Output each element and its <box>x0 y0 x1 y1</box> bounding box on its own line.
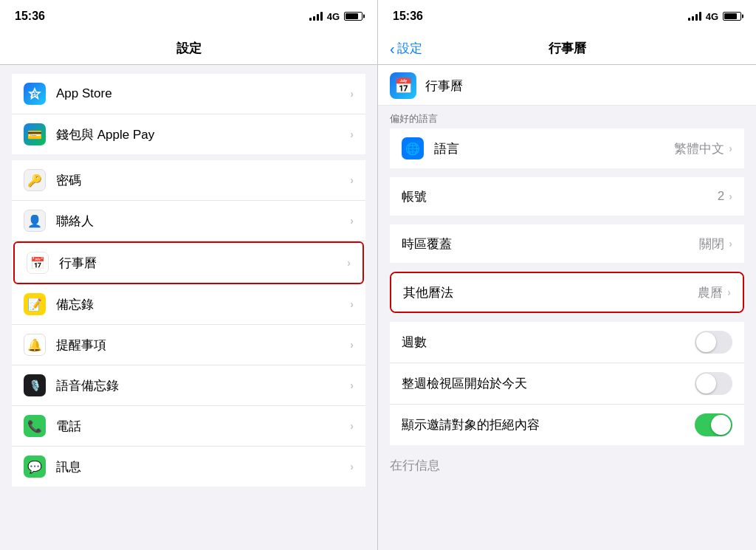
settings-item-timezone[interactable]: 時區覆蓋 關閉 › <box>390 224 744 263</box>
settings-item-language[interactable]: 🌐 語言 繁體中文 › <box>390 128 744 168</box>
right-lang-section: 🌐 語言 繁體中文 › <box>390 128 744 168</box>
timezone-chevron: › <box>729 238 732 250</box>
show-invitee-label: 顯示邀請對象的拒絕內容 <box>402 416 695 433</box>
settings-item-show-invitee[interactable]: 顯示邀請對象的拒絕內容 <box>390 405 744 445</box>
settings-item-other-calendar[interactable]: 其他曆法 農曆 › <box>391 273 743 312</box>
contacts-chevron: › <box>350 215 354 227</box>
calendar-app-icon: 📅 <box>390 72 416 99</box>
other-calendar-label: 其他曆法 <box>403 284 698 301</box>
app-store-label: App Store <box>56 86 350 101</box>
language-value: 繁體中文 <box>674 140 724 157</box>
settings-item-wallet[interactable]: 💳 錢包與 Apple Pay › <box>12 114 365 154</box>
right-battery-icon <box>723 12 741 21</box>
wallet-chevron: › <box>350 128 354 140</box>
settings-item-voice-memos[interactable]: 🎙️ 語音備忘錄 › <box>12 365 365 406</box>
settings-item-contacts[interactable]: 👤 聯絡人 › <box>12 201 365 241</box>
week-start-label: 整週檢視區開始於今天 <box>402 375 695 392</box>
left-panel: 15:36 4G 設定 A <box>0 0 378 550</box>
settings-item-app-store[interactable]: A App Store › <box>12 74 365 114</box>
password-label: 密碼 <box>56 172 350 189</box>
reminders-chevron: › <box>350 339 354 351</box>
accounts-chevron: › <box>729 190 732 202</box>
other-calendar-value: 農曆 <box>698 284 723 301</box>
svg-text:A: A <box>30 89 37 100</box>
password-chevron: › <box>350 174 354 186</box>
messages-icon: 💬 <box>24 456 46 478</box>
right-status-icons: 4G <box>688 11 741 22</box>
phone-icon: 📞 <box>24 415 46 437</box>
right-toggles-section: 週數 整週檢視區開始於今天 顯示邀請對象的拒絕內容 <box>390 322 744 445</box>
left-nav-bar: 設定 <box>0 32 377 65</box>
back-button[interactable]: ‹ 設定 <box>390 40 422 57</box>
back-chevron-icon: ‹ <box>390 41 395 56</box>
right-nav-title: 行事曆 <box>549 40 586 57</box>
settings-item-calendar[interactable]: 📅 行事曆 › <box>13 241 364 284</box>
phone-label: 電話 <box>56 418 350 435</box>
left-status-bar: 15:36 4G <box>0 0 377 32</box>
app-store-chevron: › <box>350 88 354 100</box>
left-status-time: 15:36 <box>15 10 45 23</box>
right-top-app-row: 📅 行事曆 <box>378 65 756 106</box>
calendar-app-label: 行事曆 <box>425 78 463 94</box>
phone-chevron: › <box>350 420 354 432</box>
notes-chevron: › <box>350 298 354 310</box>
settings-item-notes[interactable]: 📝 備忘錄 › <box>12 284 365 325</box>
calendar-label: 行事曆 <box>59 255 347 272</box>
notes-label: 備忘錄 <box>56 296 350 313</box>
back-label: 設定 <box>397 40 422 57</box>
right-other-calendar-section: 其他曆法 農曆 › <box>390 272 744 313</box>
voice-memos-label: 語音備忘錄 <box>56 377 350 394</box>
settings-item-accounts[interactable]: 帳號 2 › <box>390 177 744 216</box>
right-panel: 15:36 4G ‹ 設定 行事曆 📅 行事曆 <box>378 0 756 550</box>
right-signal-icon <box>688 12 701 21</box>
calendar-chevron: › <box>347 257 351 269</box>
password-icon: 🔑 <box>24 169 46 191</box>
accounts-label: 帳號 <box>402 188 718 205</box>
appstore-icon: A <box>24 83 46 105</box>
settings-item-reminders[interactable]: 🔔 提醒事項 › <box>12 325 365 365</box>
calendar-icon: 📅 <box>27 252 49 274</box>
settings-item-week-numbers[interactable]: 週數 <box>390 322 744 363</box>
week-numbers-toggle[interactable] <box>695 331 732 354</box>
right-timezone-section: 時區覆蓋 關閉 › <box>390 224 744 263</box>
bottom-section-label: 在行信息 <box>390 458 440 472</box>
language-label: 語言 <box>434 140 674 157</box>
voice-memos-chevron: › <box>350 379 354 391</box>
messages-label: 訊息 <box>56 458 350 475</box>
language-chevron: › <box>729 142 732 154</box>
left-nav-title: 設定 <box>176 40 202 57</box>
left-network-label: 4G <box>327 11 340 22</box>
left-signal-icon <box>309 12 323 21</box>
left-status-icons: 4G <box>309 11 362 22</box>
contacts-label: 聯絡人 <box>56 213 350 230</box>
globe-icon: 🌐 <box>402 137 424 159</box>
other-calendar-chevron: › <box>727 286 731 298</box>
left-battery-icon <box>344 12 362 21</box>
wallet-icon: 💳 <box>24 123 46 145</box>
reminders-icon: 🔔 <box>24 334 46 356</box>
preferred-lang-label: 偏好的語言 <box>390 113 438 124</box>
messages-chevron: › <box>350 461 354 472</box>
right-scroll: 📅 行事曆 偏好的語言 🌐 語言 繁體中文 › 帳號 2 › <box>378 65 756 550</box>
week-numbers-label: 週數 <box>402 334 695 351</box>
week-start-toggle[interactable] <box>695 372 732 395</box>
notes-icon: 📝 <box>24 293 46 315</box>
settings-item-password[interactable]: 🔑 密碼 › <box>12 160 365 201</box>
timezone-value: 關閉 <box>699 236 724 252</box>
left-bottom-section: 🔑 密碼 › 👤 聯絡人 › 📅 行事曆 › <box>12 160 365 487</box>
timezone-label: 時區覆蓋 <box>402 236 699 252</box>
right-network-label: 4G <box>706 11 718 22</box>
right-status-bar: 15:36 4G <box>378 0 756 32</box>
settings-item-week-start[interactable]: 整週檢視區開始於今天 <box>390 363 744 405</box>
left-scroll: A App Store › 💳 錢包與 Apple Pay › 🔑 <box>0 65 377 550</box>
contacts-icon: 👤 <box>24 210 46 232</box>
wallet-label: 錢包與 Apple Pay <box>56 126 350 143</box>
left-top-section: A App Store › 💳 錢包與 Apple Pay › <box>12 74 365 154</box>
right-status-time: 15:36 <box>393 10 423 23</box>
show-invitee-toggle[interactable] <box>695 413 732 436</box>
settings-item-phone[interactable]: 📞 電話 › <box>12 406 365 447</box>
voice-memos-icon: 🎙️ <box>24 374 46 396</box>
bottom-section-label-row: 在行信息 <box>378 451 756 477</box>
settings-item-messages[interactable]: 💬 訊息 › <box>12 447 365 487</box>
right-nav-bar: ‹ 設定 行事曆 <box>378 32 756 65</box>
